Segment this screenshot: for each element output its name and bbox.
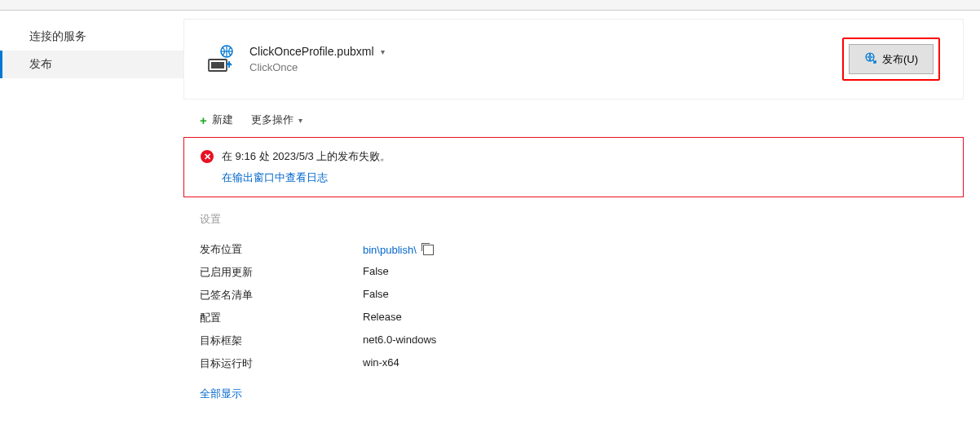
settings-title: 设置: [200, 212, 947, 227]
clickonce-icon: [207, 45, 236, 74]
settings-label: 发布位置: [200, 242, 363, 257]
settings-row-updates-enabled: 已启用更新 False: [200, 261, 947, 284]
settings-row-target-runtime: 目标运行时 win-x64: [200, 352, 947, 375]
settings-value: Release: [363, 311, 402, 325]
publish-button[interactable]: 发布(U): [849, 44, 934, 74]
publish-button-highlight: 发布(U): [842, 38, 940, 81]
content-area: ClickOnceProfile.pubxml ▾ ClickOnce: [183, 11, 980, 424]
settings-value: win-x64: [363, 356, 400, 371]
settings-label: 已签名清单: [200, 288, 363, 303]
publish-button-label: 发布(U): [882, 52, 918, 67]
settings-value: False: [363, 265, 389, 280]
new-label: 新建: [212, 113, 233, 127]
settings-label: 目标运行时: [200, 356, 363, 371]
error-icon: ✕: [201, 150, 214, 163]
new-button[interactable]: + 新建: [200, 113, 233, 127]
globe-publish-icon: [864, 51, 877, 67]
svg-rect-4: [211, 62, 224, 68]
plus-icon: +: [200, 113, 207, 127]
profile-header: ClickOnceProfile.pubxml ▾ ClickOnce: [183, 19, 964, 99]
settings-row-configuration: 配置 Release: [200, 307, 947, 329]
settings-label: 已启用更新: [200, 265, 363, 280]
settings-row-publish-location: 发布位置 bin\publish\: [200, 238, 947, 261]
settings-value-publish-location[interactable]: bin\publish\: [363, 242, 434, 257]
sidebar: 连接的服务 发布: [0, 11, 183, 424]
view-log-link[interactable]: 在输出窗口中查看日志: [222, 170, 328, 185]
profile-title: ClickOnceProfile.pubxml: [249, 45, 374, 58]
settings-value: net6.0-windows: [363, 333, 436, 348]
settings-row-signed-manifest: 已签名清单 False: [200, 284, 947, 307]
chevron-down-icon: ▾: [298, 116, 302, 125]
copy-icon[interactable]: [423, 245, 434, 255]
settings-label: 配置: [200, 311, 363, 325]
settings-value: False: [363, 288, 389, 303]
error-row: ✕ 在 9:16 处 2023/5/3 上的发布失败。: [201, 149, 947, 164]
settings-section: 设置 发布位置 bin\publish\ 已启用更新 False 已签名清单 F…: [183, 212, 964, 401]
main-layout: 连接的服务 发布 ClickOncePr: [0, 11, 980, 424]
window-top-bar: [0, 0, 980, 11]
toolbar: + 新建 更多操作 ▾: [183, 99, 964, 137]
settings-row-target-framework: 目标框架 net6.0-windows: [200, 329, 947, 352]
settings-label: 目标框架: [200, 333, 363, 348]
sidebar-item-connected-services[interactable]: 连接的服务: [0, 23, 183, 51]
profile-subtitle: ClickOnce: [249, 61, 842, 73]
chevron-down-icon: ▾: [381, 47, 385, 56]
error-panel: ✕ 在 9:16 处 2023/5/3 上的发布失败。 在输出窗口中查看日志: [183, 137, 964, 197]
sidebar-item-label: 连接的服务: [29, 29, 86, 42]
error-message: 在 9:16 处 2023/5/3 上的发布失败。: [222, 149, 391, 164]
more-actions-label: 更多操作: [251, 113, 294, 127]
show-all-link[interactable]: 全部显示: [200, 386, 242, 401]
profile-info: ClickOnceProfile.pubxml ▾ ClickOnce: [249, 45, 842, 73]
more-actions-button[interactable]: 更多操作 ▾: [251, 113, 302, 127]
profile-title-row[interactable]: ClickOnceProfile.pubxml ▾: [249, 45, 842, 58]
sidebar-item-publish[interactable]: 发布: [0, 51, 183, 78]
sidebar-item-label: 发布: [29, 57, 52, 70]
publish-path-link: bin\publish\: [363, 244, 417, 256]
